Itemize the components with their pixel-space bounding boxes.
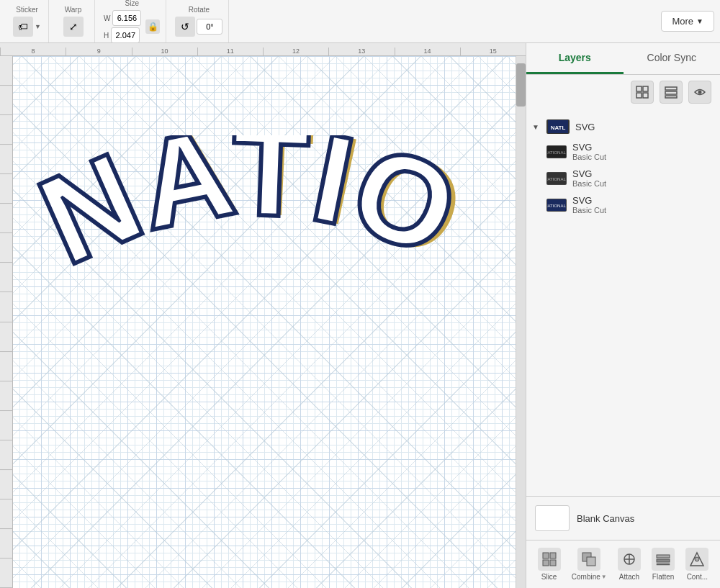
svg-rect-23 xyxy=(550,560,556,566)
svg-rect-22 xyxy=(543,560,549,566)
layer-group-info: SVG xyxy=(575,122,595,132)
chevron-down-icon: ▼ xyxy=(532,123,541,131)
bottom-toolbar: Slice Combine ▼ xyxy=(526,540,720,588)
layer-item-3[interactable]: NATIONALS SVG Basic Cut xyxy=(526,191,720,218)
layer-group-thumb: NATL xyxy=(546,119,570,134)
ruler-v-5 xyxy=(0,174,12,204)
ruler-v-8 xyxy=(0,263,12,292)
svg-rect-20 xyxy=(543,553,549,558)
ruler-v-2 xyxy=(0,86,12,115)
tab-layers[interactable]: Layers xyxy=(526,43,624,74)
ruler-v-12 xyxy=(0,381,12,411)
rotate-control: ↺ xyxy=(175,17,222,37)
combine-svg-icon xyxy=(581,551,597,567)
layer-type-1: Basic Cut xyxy=(572,153,606,161)
layer-thumb-svg-1: NATIONALS xyxy=(547,146,566,158)
ruler-v-14 xyxy=(0,440,12,470)
combine-icon xyxy=(577,548,600,571)
layers-list: ▼ NATL SVG NATIONALS xyxy=(526,109,720,496)
slice-svg-icon xyxy=(541,551,557,567)
ruler-v-9 xyxy=(0,293,12,322)
more-button[interactable]: More ▼ xyxy=(661,11,714,32)
attach-svg-icon xyxy=(621,551,637,567)
warp-group: Warp ⤢ xyxy=(52,0,95,42)
layer-group-item[interactable]: ▼ NATL SVG xyxy=(526,115,720,138)
svg-rect-21 xyxy=(550,553,556,558)
ruler-v-4 xyxy=(0,145,12,174)
ruler-v-17 xyxy=(0,529,12,558)
ruler-mark-14: 14 xyxy=(395,48,460,55)
sticker-group: Sticker 🏷 ▼ xyxy=(6,0,49,42)
layer-name-3: SVG xyxy=(572,195,606,206)
flatten-tool[interactable]: Flatten xyxy=(652,548,675,581)
attach-tool[interactable]: Attach xyxy=(618,548,641,581)
width-input[interactable] xyxy=(112,10,141,26)
slice-icon xyxy=(538,548,561,571)
cont-tool[interactable]: Cont... xyxy=(685,548,708,581)
ruler-mark-9: 9 xyxy=(66,48,131,55)
height-label: H xyxy=(104,32,109,40)
warp-icon[interactable]: ⤢ xyxy=(63,17,84,37)
flatten-svg-icon xyxy=(655,551,671,567)
svg-rect-6 xyxy=(636,93,642,98)
canvas-area: 8 9 10 11 12 13 14 15 xyxy=(0,43,526,588)
vertical-scrollbar[interactable] xyxy=(516,56,526,588)
svg-text:NATIONALS: NATIONALS xyxy=(547,177,566,181)
svg-point-33 xyxy=(695,557,699,561)
blank-canvas-row[interactable]: Blank Canvas xyxy=(535,505,711,531)
panel-tool-list[interactable] xyxy=(660,81,683,104)
toolbar: Sticker 🏷 ▼ Warp ⤢ Size W H xyxy=(0,0,720,43)
ruler-mark-11: 11 xyxy=(197,48,263,55)
right-panel: Layers Color Sync xyxy=(526,43,720,588)
eye-icon xyxy=(693,86,706,99)
scrollbar-thumb[interactable] xyxy=(516,63,526,107)
flatten-icon xyxy=(652,548,675,571)
ruler-v-18 xyxy=(0,558,12,588)
ruler-v-3 xyxy=(0,115,12,145)
layer-thumb-2: NATIONALS xyxy=(546,172,567,185)
slice-tool[interactable]: Slice xyxy=(538,548,561,581)
ruler-v-13 xyxy=(0,411,12,440)
canvas-bottom-section: Blank Canvas xyxy=(526,496,720,540)
rotate-icon[interactable]: ↺ xyxy=(175,17,195,37)
layer-item-1[interactable]: NATIONALS SVG Basic Cut xyxy=(526,138,720,165)
svg-point-11 xyxy=(698,91,702,94)
svg-rect-4 xyxy=(636,86,642,91)
layer-type-3: Basic Cut xyxy=(572,206,606,214)
rotate-input[interactable] xyxy=(197,19,222,35)
grid-icon xyxy=(636,86,649,99)
combine-label-row: Combine ▼ xyxy=(572,573,607,581)
canvas-white[interactable]: NATIONALS NATIONALS NATIONALS NATIONALS xyxy=(13,56,516,588)
canvas-content: NATIONALS NATIONALS NATIONALS NATIONALS xyxy=(0,56,526,588)
layer-thumb-svg-2: NATIONALS xyxy=(547,173,566,184)
layer-item-2[interactable]: NATIONALS SVG Basic Cut xyxy=(526,165,720,191)
slice-label: Slice xyxy=(541,573,557,581)
svg-rect-10 xyxy=(665,96,677,98)
layer-thumb-3: NATIONALS xyxy=(546,199,567,212)
sticker-arrow: ▼ xyxy=(35,23,41,30)
svg-text:NATIONALS: NATIONALS xyxy=(547,204,566,208)
sticker-icon[interactable]: 🏷 xyxy=(13,17,33,37)
svg-rect-9 xyxy=(665,91,677,94)
attach-icon xyxy=(618,548,641,571)
warp-control: ⤢ xyxy=(63,17,84,37)
svg-text:NATIONALS: NATIONALS xyxy=(27,135,476,289)
ruler-v-7 xyxy=(0,233,12,263)
cont-label: Cont... xyxy=(687,573,708,581)
ruler-v-16 xyxy=(0,499,12,529)
panel-tool-grid[interactable] xyxy=(631,81,654,104)
height-input[interactable] xyxy=(111,27,140,43)
panel-tool-eye[interactable] xyxy=(688,81,711,104)
panel-tabs: Layers Color Sync xyxy=(526,43,720,75)
combine-tool[interactable]: Combine ▼ xyxy=(572,548,607,581)
nationals-logo[interactable]: NATIONALS NATIONALS NATIONALS NATIONALS xyxy=(27,135,488,308)
layer-thumb-1: NATIONALS xyxy=(546,145,567,158)
attach-label: Attach xyxy=(619,573,639,581)
more-arrow-icon: ▼ xyxy=(696,17,703,25)
ruler-marks-horizontal: 8 9 10 11 12 13 14 15 xyxy=(0,43,526,55)
ruler-v-6 xyxy=(0,204,12,233)
tab-color-sync[interactable]: Color Sync xyxy=(624,43,721,74)
svg-rect-30 xyxy=(657,559,670,562)
lock-icon[interactable]: 🔒 xyxy=(145,19,160,34)
layer-type-2: Basic Cut xyxy=(572,179,606,188)
